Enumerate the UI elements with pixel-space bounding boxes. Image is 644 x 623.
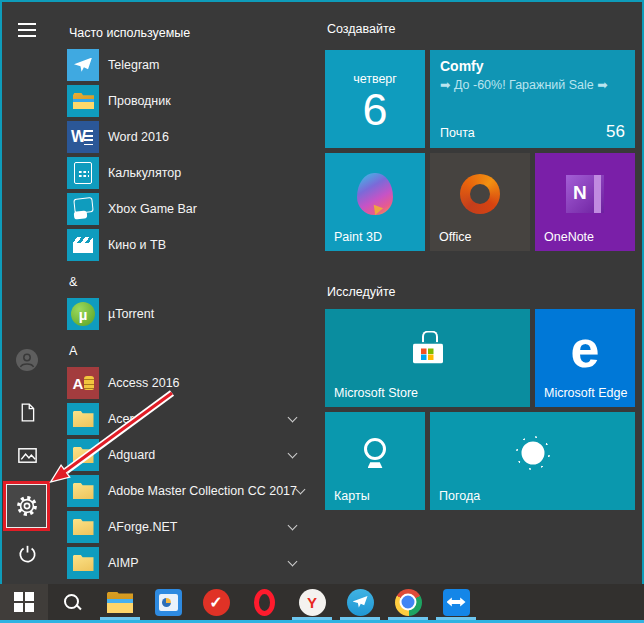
telegram-icon (347, 589, 374, 616)
onenote-icon (566, 175, 604, 213)
tiles-panel: Создавайте четверг 6 Comfy ➡ До -60%! Га… (325, 2, 641, 510)
calculator-app-icon (67, 157, 99, 189)
mail-tile-label: Почта (440, 126, 475, 140)
telegram-button[interactable] (336, 584, 384, 620)
start-menu-sidebar (2, 2, 50, 584)
app-list-item[interactable]: Кино и ТВ Кино и ТВ (67, 227, 312, 263)
pictures-icon (16, 444, 39, 467)
app-list-item[interactable]: Калькулятор Калькулятор (67, 155, 312, 191)
documents-button[interactable] (5, 390, 49, 434)
file-explorer-app-icon (67, 85, 99, 117)
yandex-icon (299, 589, 326, 616)
app-label: Adguard (108, 448, 155, 462)
app-label: Access 2016 (108, 376, 180, 390)
app-list-item[interactable]: A A (67, 332, 312, 365)
tile-label: OneNote (544, 230, 594, 244)
maps-pin-icon (364, 438, 386, 468)
app-label: Acer (108, 412, 134, 426)
hamburger-menu-button[interactable] (5, 8, 49, 52)
start-button[interactable] (0, 584, 48, 620)
app-tile[interactable]: Microsoft Store (325, 309, 530, 407)
app-list-item[interactable]: Adguard Adguard (67, 437, 312, 473)
folder-icon (67, 511, 99, 543)
app-label: Кино и ТВ (108, 238, 166, 252)
desktop-screen: Часто используемые Часто используемые Te… (0, 0, 644, 623)
mail-unread-count: 56 (606, 122, 625, 142)
tile-group-header-explore: Исследуйте (325, 277, 641, 299)
app-tile[interactable]: Погода (430, 412, 635, 510)
app-list-item[interactable]: Acer Acer (67, 401, 312, 437)
telegram-app-icon (67, 49, 99, 81)
app-tile[interactable]: Paint 3D (325, 153, 425, 251)
xbox-game-bar-app-icon (67, 193, 99, 225)
settings-highlight-box (3, 481, 50, 531)
app-list-item[interactable]: Word 2016 Word 2016 (67, 119, 312, 155)
app-tile[interactable]: Office (430, 153, 530, 251)
access-app-icon (67, 367, 99, 399)
file-explorer-button[interactable] (96, 584, 144, 620)
teamviewer-icon (443, 589, 470, 616)
hamburger-icon (18, 23, 36, 25)
pictures-button[interactable] (5, 433, 49, 477)
opera-button[interactable] (240, 584, 288, 620)
utorrent-app-icon (67, 298, 99, 330)
movies-tv-app-icon (67, 229, 99, 261)
word-app-icon (67, 121, 99, 153)
chevron-down-icon[interactable] (288, 449, 298, 459)
tile-label: Погода (439, 489, 480, 503)
app-list-item[interactable]: Telegram Telegram (67, 47, 312, 83)
mail-tile[interactable]: Comfy ➡ До -60%! Гаражний Sale ➡ Почта 5… (430, 50, 635, 148)
power-button[interactable] (5, 531, 49, 575)
app-tile[interactable]: Карты (325, 412, 425, 510)
app-tile[interactable]: Microsoft Edge (535, 309, 635, 407)
chevron-down-icon[interactable] (288, 521, 298, 531)
app-list-item[interactable]: & & (67, 263, 312, 296)
app-list-item[interactable]: AIMP AIMP (67, 545, 312, 581)
start-menu: Часто используемые Часто используемые Te… (0, 0, 644, 584)
settings-button[interactable] (15, 494, 39, 518)
report-app-button[interactable] (144, 584, 192, 620)
tile-label: Microsoft Edge (544, 386, 627, 400)
chevron-down-icon[interactable] (296, 485, 306, 495)
section-header: & (69, 275, 77, 289)
chrome-icon (395, 589, 422, 616)
chevron-down-icon[interactable] (288, 413, 298, 423)
app-list-item[interactable]: AForge.NET AForge.NET (67, 509, 312, 545)
search-button[interactable] (48, 584, 96, 620)
microsoft-store-icon (413, 337, 443, 364)
office-icon (460, 174, 500, 214)
app-label: Word 2016 (108, 130, 169, 144)
app-list-item[interactable]: Часто используемые Часто используемые (67, 14, 312, 47)
chevron-down-icon[interactable] (288, 557, 298, 567)
app-list-item[interactable]: Adobe Master Collection CC 2017 Adobe Ma… (67, 473, 312, 509)
file-explorer-icon (107, 592, 133, 613)
app-tile[interactable]: OneNote (535, 153, 635, 251)
app-label: Проводник (108, 94, 171, 108)
user-account-button[interactable] (5, 338, 49, 382)
app-list-item[interactable]: Xbox Game Bar Xbox Game Bar (67, 191, 312, 227)
checkmark-icon (203, 589, 230, 616)
calendar-tile[interactable]: четверг 6 (325, 50, 425, 148)
tile-label: Paint 3D (334, 230, 382, 244)
tile-grid-create: четверг 6 Comfy ➡ До -60%! Гаражний Sale… (325, 50, 640, 251)
chrome-button[interactable] (384, 584, 432, 620)
report-app-icon (155, 589, 182, 616)
app-list-item[interactable]: Проводник Проводник (67, 83, 312, 119)
app-label: Калькулятор (108, 166, 181, 180)
edge-icon (571, 329, 600, 371)
checkmark-app-button[interactable] (192, 584, 240, 620)
mail-app-name: Comfy (440, 58, 484, 74)
section-header: Часто используемые (69, 26, 190, 40)
app-list: Часто используемые Часто используемые Te… (54, 2, 312, 584)
teamviewer-button[interactable] (432, 584, 480, 620)
user-icon (15, 348, 39, 372)
app-list-item[interactable]: Access 2016 Access 2016 (67, 365, 312, 401)
app-list-item[interactable]: µTorrent µTorrent (67, 296, 312, 332)
yandex-browser-button[interactable] (288, 584, 336, 620)
weather-sun-icon (516, 436, 550, 470)
paint-3d-icon (357, 173, 393, 215)
calendar-day: 6 (325, 84, 425, 136)
folder-icon (67, 403, 99, 435)
tile-label: Office (439, 230, 471, 244)
app-label: AForge.NET (108, 520, 177, 534)
